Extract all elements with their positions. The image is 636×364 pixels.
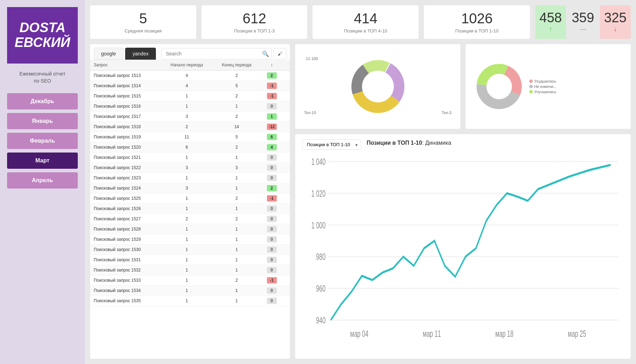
legend-label-unchanged: Не измени... (534, 84, 556, 89)
cell-scroll (283, 183, 290, 193)
svg-text:980: 980 (316, 251, 326, 262)
nav-btn-march[interactable]: Март (7, 153, 78, 169)
table-row: Поисковый запрос 1513 4 2 2 (90, 71, 290, 81)
cell-end: 2 (212, 142, 261, 153)
stat-top1-3-label: Позиции в ТОП 1-3 (209, 28, 301, 34)
legend-label-worsened: Ухудшились (534, 79, 556, 83)
cell-diff: 6 (261, 132, 283, 142)
cell-query: Поисковый запрос 1535 (90, 296, 161, 306)
cell-scroll (283, 142, 290, 153)
cell-scroll (283, 265, 290, 275)
nav-btn-december[interactable]: Декабрь (7, 93, 78, 109)
cell-scroll (283, 286, 290, 296)
cell-scroll (283, 204, 290, 214)
tab-google[interactable]: google (94, 48, 123, 60)
diff-badge: 0 (267, 267, 277, 273)
stat-top1-10-value: 1026 (431, 11, 523, 26)
diff-badge: -1 (267, 83, 277, 89)
nav-btn-april[interactable]: Апрель (7, 172, 78, 189)
cell-scroll (283, 234, 290, 245)
table-row: Поисковый запрос 1531 1 1 0 (90, 255, 290, 265)
cell-end: 2 (212, 214, 261, 224)
cell-scroll (283, 132, 290, 142)
table-row: Поисковый запрос 1535 1 1 0 (90, 296, 290, 306)
stats-row: 5 Средняя позиция 612 Позиции в ТОП 1-3 … (90, 5, 631, 39)
table-section: google yandex 🔍 🖌 Запрос Начало периода … (90, 44, 290, 359)
diff-badge: 4 (267, 144, 277, 150)
search-icon-button[interactable]: 🔍 (262, 50, 269, 57)
cell-end: 14 (212, 122, 261, 132)
diff-badge: 0 (267, 257, 277, 263)
diff-badge: 0 (267, 298, 277, 304)
arrow-neutral-icon: — (572, 25, 594, 33)
cell-end: 2 (212, 112, 261, 122)
svg-text:мар 04: мар 04 (350, 328, 368, 339)
queries-table: Запрос Начало периода Конец периода ↕ По… (90, 60, 290, 306)
svg-text:мар 25: мар 25 (568, 328, 586, 339)
search-input[interactable] (161, 48, 272, 59)
cell-start: 1 (161, 173, 212, 183)
cell-diff: 4 (261, 142, 283, 153)
main-content: 5 Средняя позиция 612 Позиции в ТОП 1-3 … (85, 0, 636, 364)
cell-end: 1 (212, 245, 261, 255)
cell-query: Поисковый запрос 1518 (90, 122, 161, 132)
stat-top4-10-value: 414 (320, 11, 412, 26)
donut1-container: 11-100 Топ-10 Топ-3 (302, 51, 453, 122)
cell-scroll (283, 214, 290, 224)
cell-scroll (283, 245, 290, 255)
diff-badge: 0 (267, 175, 277, 181)
cell-end: 2 (212, 193, 261, 204)
cell-query: Поисковый запрос 1533 (90, 275, 161, 286)
cell-diff: 0 (261, 101, 283, 112)
legend-label-improved: Улучшились (534, 90, 556, 94)
legend-dot-unchanged (529, 85, 533, 88)
cell-query: Поисковый запрос 1515 (90, 91, 161, 101)
chart-header: Позиции в ТОП 1-10 Позиции в ТОП 1-10: Д… (302, 139, 624, 150)
chart-title: Позиции в ТОП 1-10: Динамика (367, 140, 451, 146)
cell-start: 1 (161, 153, 212, 163)
cell-diff: 0 (261, 234, 283, 245)
diff-badge: -1 (267, 93, 277, 99)
cell-query: Поисковый запрос 1513 (90, 71, 161, 81)
nav-btn-january[interactable]: Январь (7, 113, 78, 129)
cell-end: 2 (212, 275, 261, 286)
cell-start: 3 (161, 183, 212, 193)
donut1-label-top3: Топ-3 (442, 111, 451, 115)
donut-chart-1: 11-100 Топ-10 Топ-3 (295, 44, 460, 129)
table-row: Поисковый запрос 1519 11 5 6 (90, 132, 290, 142)
chart-dropdown[interactable]: Позиции в ТОП 1-10 (302, 139, 361, 150)
logo: DOSTAЕВСКИЙ (7, 7, 78, 64)
cell-diff: -12 (261, 122, 283, 132)
nav-btn-february[interactable]: Февраль (7, 133, 78, 149)
cell-scroll (283, 296, 290, 306)
cell-scroll (283, 275, 290, 286)
cell-end: 1 (212, 286, 261, 296)
chart-dropdown-wrap[interactable]: Позиции в ТОП 1-10 (302, 139, 361, 150)
brush-button[interactable]: 🖌 (274, 48, 286, 59)
table-row: Поисковый запрос 1528 1 1 0 (90, 224, 290, 234)
donut-chart-2: Ухудшились Не измени... Улучшились (466, 44, 631, 129)
cell-start: 1 (161, 234, 212, 245)
diff-badge: 6 (267, 134, 277, 140)
col-header-start: Начало периода (161, 60, 212, 71)
donut-row: 11-100 Топ-10 Топ-3 (295, 44, 631, 129)
cell-scroll (283, 101, 290, 112)
cell-query: Поисковый запрос 1527 (90, 214, 161, 224)
table-wrapper[interactable]: Запрос Начало периода Конец периода ↕ По… (90, 60, 290, 359)
stat-top4-10: 414 Позиции в ТОП 4-10 (313, 5, 419, 39)
cell-diff: 0 (261, 224, 283, 234)
cell-end: 1 (212, 101, 261, 112)
stat-change-green: 458 ↑ (535, 5, 566, 39)
cell-scroll (283, 173, 290, 183)
cell-start: 2 (161, 214, 212, 224)
diff-badge: -12 (267, 124, 277, 130)
table-row: Поисковый запрос 1527 2 2 0 (90, 214, 290, 224)
tab-yandex[interactable]: yandex (125, 48, 156, 60)
table-row: Поисковый запрос 1517 3 2 1 (90, 112, 290, 122)
cell-query: Поисковый запрос 1529 (90, 234, 161, 245)
cell-query: Поисковый запрос 1531 (90, 255, 161, 265)
cell-start: 3 (161, 112, 212, 122)
cell-scroll (283, 81, 290, 91)
cell-diff: -1 (261, 81, 283, 91)
svg-text:мар 11: мар 11 (423, 328, 441, 339)
